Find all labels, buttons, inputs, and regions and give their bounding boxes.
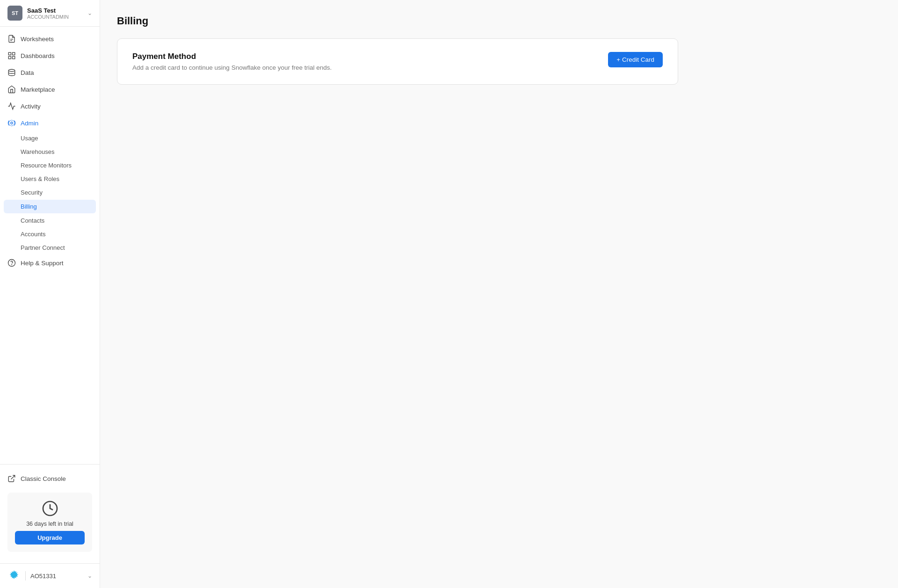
sidebar-item-admin[interactable]: Admin	[0, 115, 100, 131]
footer-account-id: AO51331	[30, 573, 83, 580]
payment-card-title: Payment Method	[132, 52, 332, 61]
avatar: ST	[7, 6, 22, 21]
main-content: Billing Payment Method Add a credit card…	[100, 0, 898, 588]
account-name: SaaS Test	[27, 7, 69, 14]
classic-console-label: Classic Console	[21, 475, 66, 482]
clock-icon	[42, 500, 58, 517]
worksheets-label: Worksheets	[21, 36, 54, 43]
subnav-item-warehouses[interactable]: Warehouses	[0, 145, 100, 159]
svg-line-10	[11, 475, 15, 479]
footer-chevron-icon: ⌄	[87, 573, 92, 579]
sidebar-bottom: Classic Console 36 days left in trial Up…	[0, 464, 100, 563]
trial-box: 36 days left in trial Upgrade	[7, 493, 92, 552]
sidebar-footer[interactable]: AO51331 ⌄	[0, 563, 100, 588]
account-header[interactable]: ST SaaS Test ACCOUNTADMIN ⌄	[0, 0, 100, 27]
marketplace-icon	[7, 85, 16, 94]
help-icon	[7, 259, 16, 267]
chevron-down-icon: ⌄	[87, 10, 92, 16]
data-icon	[7, 68, 16, 77]
dashboards-label: Dashboards	[21, 52, 55, 59]
svg-point-8	[8, 260, 15, 267]
classic-console-item[interactable]: Classic Console	[0, 470, 100, 487]
trial-text: 36 days left in trial	[26, 521, 73, 527]
svg-rect-4	[13, 57, 15, 59]
sidebar-item-activity[interactable]: Activity	[0, 98, 100, 115]
snowflake-logo	[7, 569, 21, 582]
svg-point-6	[11, 122, 13, 124]
activity-label: Activity	[21, 103, 41, 110]
account-role: ACCOUNTADMIN	[27, 14, 69, 20]
help-label: Help & Support	[21, 260, 64, 267]
subnav-item-users-roles[interactable]: Users & Roles	[0, 172, 100, 186]
data-label: Data	[21, 69, 34, 76]
marketplace-label: Marketplace	[21, 86, 55, 93]
add-credit-card-button[interactable]: + Credit Card	[608, 52, 663, 67]
sidebar-item-worksheets[interactable]: Worksheets	[0, 30, 100, 47]
page-title: Billing	[117, 15, 881, 27]
sidebar-item-help[interactable]: Help & Support	[0, 254, 100, 271]
svg-rect-3	[13, 52, 15, 55]
worksheets-icon	[7, 35, 16, 43]
subnav-item-billing[interactable]: Billing	[4, 200, 96, 213]
dashboards-icon	[7, 51, 16, 60]
sidebar: ST SaaS Test ACCOUNTADMIN ⌄ Worksheets	[0, 0, 100, 588]
subnav-item-security[interactable]: Security	[0, 186, 100, 199]
payment-card-desc: Add a credit card to continue using Snow…	[132, 64, 332, 71]
activity-icon	[7, 102, 16, 110]
svg-rect-2	[8, 52, 11, 55]
subnav-item-usage[interactable]: Usage	[0, 131, 100, 145]
admin-label: Admin	[21, 120, 38, 127]
subnav-item-accounts[interactable]: Accounts	[0, 227, 100, 241]
svg-rect-5	[8, 57, 11, 59]
svg-point-7	[9, 120, 14, 126]
upgrade-button[interactable]: Upgrade	[15, 531, 85, 544]
subnav-item-resource-monitors[interactable]: Resource Monitors	[0, 159, 100, 172]
external-link-icon	[7, 474, 16, 483]
admin-icon	[7, 119, 16, 127]
sidebar-item-dashboards[interactable]: Dashboards	[0, 47, 100, 64]
payment-method-card: Payment Method Add a credit card to cont…	[117, 38, 678, 85]
footer-divider	[25, 571, 26, 581]
nav-section: Worksheets Dashboards	[0, 27, 100, 464]
subnav-item-contacts[interactable]: Contacts	[0, 214, 100, 227]
subnav-item-partner-connect[interactable]: Partner Connect	[0, 241, 100, 254]
sidebar-item-marketplace[interactable]: Marketplace	[0, 81, 100, 98]
sidebar-item-data[interactable]: Data	[0, 64, 100, 81]
payment-card-left: Payment Method Add a credit card to cont…	[132, 52, 332, 71]
